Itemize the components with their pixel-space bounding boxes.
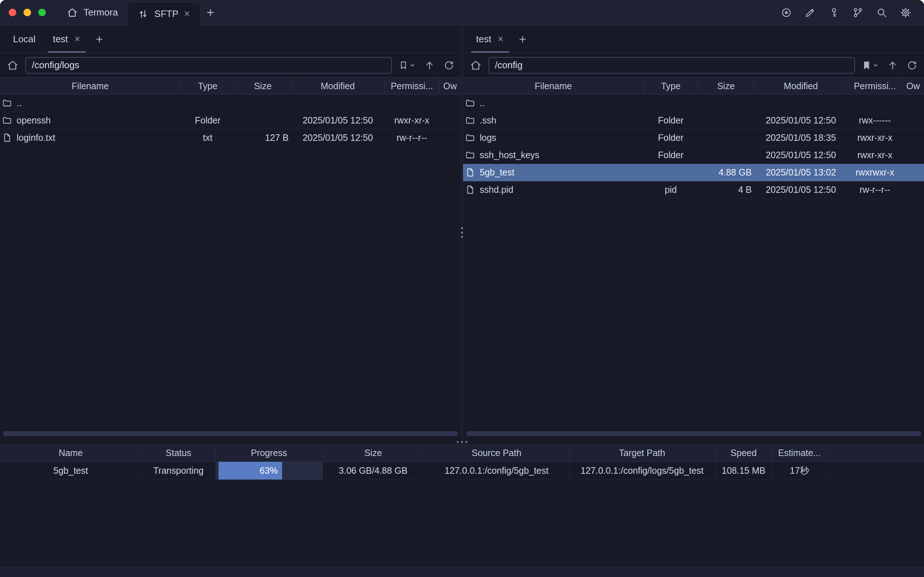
column-header-filename[interactable]: Filename [463,77,644,95]
transfer-name: 5gb_test [0,462,142,480]
file-row-loginfo[interactable]: loginfo.txt txt 127 B 2025/01/05 12:50 r… [0,129,461,147]
file-modified: 2025/01/05 13:02 [754,164,848,181]
sftp-dual-pane: Local test × + [0,25,924,440]
minimize-window-button[interactable] [24,9,31,16]
right-path-input[interactable] [489,57,855,74]
transfer-source-path: 127.0.0.1:/config/5gb_test [424,462,569,480]
column-header-size[interactable]: Size [235,77,291,95]
column-header-status[interactable]: Status [142,445,215,462]
right-tab-test[interactable]: test × [468,25,513,53]
settings-gear-icon[interactable] [900,6,912,19]
file-row-5gb-test-selected[interactable]: 5gb_test 4.88 GB 2025/01/05 13:02 rwxrwx… [463,164,924,181]
column-header-permissions[interactable]: Permissi... [848,77,902,95]
file-row-parent-dir[interactable]: .. [0,95,461,112]
file-size [235,112,291,129]
file-name: ssh_host_keys [480,150,539,160]
file-size [698,129,754,147]
close-icon[interactable]: × [74,34,81,44]
file-row-parent-dir[interactable]: .. [463,95,924,112]
transfer-row-5gb-test[interactable]: 5gb_test Transporting 63% 3.06 GB/4.88 G… [0,462,924,480]
close-icon[interactable]: × [184,9,191,19]
column-header-size[interactable]: Size [323,445,424,462]
transfer-splitter[interactable] [0,440,924,444]
bookmark-icon [398,60,408,71]
home-icon[interactable] [6,59,19,71]
record-icon[interactable] [780,6,792,19]
transfer-table: Name Status Progress Size Source Path Ta… [0,444,924,480]
file-permissions: rwxr-xr-x [848,129,902,147]
refresh-button[interactable] [907,60,918,71]
column-header-progress[interactable]: Progress [215,445,323,462]
column-header-modified[interactable]: Modified [291,77,385,95]
right-bookmark-button[interactable] [861,60,879,71]
file-row-openssh[interactable]: openssh Folder 2025/01/05 12:50 rwxr-xr-… [0,112,461,129]
file-row-logs[interactable]: logs Folder 2025/01/05 18:35 rwxr-xr-x [463,129,924,147]
column-header-estimate[interactable]: Estimate... [772,445,826,462]
up-directory-button[interactable] [424,60,435,71]
left-tab-test[interactable]: test × [44,25,90,53]
column-header-name[interactable]: Name [0,445,142,462]
column-header-speed[interactable]: Speed [715,445,772,462]
file-name: openssh [17,115,51,126]
file-type: Folder [644,147,698,164]
file-owner [902,95,924,112]
file-size: 127 B [235,129,291,147]
close-window-button[interactable] [9,9,16,16]
column-header-filename[interactable]: Filename [0,77,181,95]
column-header-type[interactable]: Type [181,77,235,95]
left-tab-local[interactable]: Local [4,25,44,53]
tab-termora[interactable]: Termora [57,0,127,25]
right-pathbar [463,53,924,77]
folder-icon [465,98,475,108]
search-icon[interactable] [876,6,888,19]
splitter-handle-icon [457,441,468,443]
bookmark-filled-icon [861,60,872,71]
edit-icon[interactable] [804,6,816,19]
key-icon[interactable] [828,6,840,19]
close-icon[interactable]: × [497,34,504,44]
branch-icon[interactable] [852,6,864,19]
chevron-down-icon [873,63,879,68]
file-row-ssh-host-keys[interactable]: ssh_host_keys Folder 2025/01/05 12:50 rw… [463,147,924,164]
left-path-input[interactable] [25,57,392,74]
file-type: txt [181,129,235,147]
refresh-button[interactable] [443,60,455,71]
up-directory-button[interactable] [887,60,898,71]
file-icon [465,168,475,177]
file-modified: 2025/01/05 12:50 [291,129,385,147]
file-name: .. [17,98,22,108]
file-type [644,95,698,112]
column-header-permissions[interactable]: Permissi... [385,77,439,95]
left-path-actions [398,60,455,71]
home-icon[interactable] [469,59,482,71]
left-bookmark-button[interactable] [398,60,415,71]
transfer-table-header: Name Status Progress Size Source Path Ta… [0,445,924,462]
new-app-tab-button[interactable]: + [200,0,221,25]
file-modified: 2025/01/05 12:50 [754,112,848,129]
column-header-target-path[interactable]: Target Path [569,445,715,462]
right-new-tab-button[interactable]: + [513,25,532,53]
left-horizontal-scrollbar[interactable] [3,431,458,436]
folder-icon [465,150,475,160]
column-header-size[interactable]: Size [698,77,754,95]
status-bar [0,567,924,577]
tab-sftp[interactable]: SFTP × [127,2,200,25]
left-new-tab-button[interactable]: + [90,25,109,53]
file-name: sshd.pid [480,184,513,195]
file-row-ssh[interactable]: .ssh Folder 2025/01/05 12:50 rwx------ [463,112,924,129]
right-horizontal-scrollbar[interactable] [466,431,921,436]
tab-sftp-label: SFTP [154,8,178,19]
file-permissions [385,95,439,112]
column-header-source-path[interactable]: Source Path [424,445,569,462]
column-header-modified[interactable]: Modified [754,77,848,95]
zoom-window-button[interactable] [38,9,46,16]
left-file-table: Filename Type Size Modified Permissi... … [0,77,461,147]
column-header-owner[interactable]: Ow [439,77,461,95]
right-table-header: Filename Type Size Modified Permissi... … [463,77,924,95]
transfer-panel: Name Status Progress Size Source Path Ta… [0,444,924,567]
file-row-sshd-pid[interactable]: sshd.pid pid 4 B 2025/01/05 12:50 rw-r--… [463,181,924,198]
column-header-owner[interactable]: Ow [902,77,924,95]
file-modified: 2025/01/05 18:35 [754,129,848,147]
column-header-type[interactable]: Type [644,77,698,95]
file-modified [291,95,385,112]
